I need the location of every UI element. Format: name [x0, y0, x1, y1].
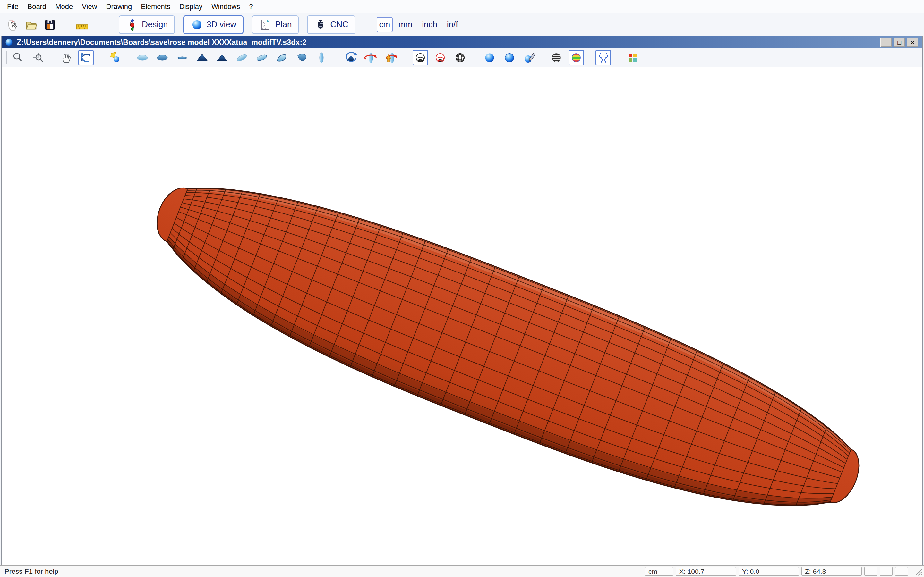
main-toolbar: 10 Design 3D view Plan	[0, 13, 924, 36]
top-view-button[interactable]	[135, 50, 150, 65]
measure-button[interactable]: 10	[73, 15, 92, 34]
menu-display[interactable]: Display	[175, 3, 207, 11]
menu-view[interactable]: View	[78, 3, 102, 11]
close-button[interactable]: ×	[907, 38, 918, 47]
menu-board[interactable]: Board	[23, 3, 51, 11]
menu-file[interactable]: File	[3, 3, 23, 11]
spin-vertical-icon	[384, 51, 397, 64]
menu-windows[interactable]: Windows	[207, 3, 244, 11]
perspective-bottom-icon	[255, 51, 268, 64]
perspective-bottom-button[interactable]	[254, 50, 270, 65]
document-title: Z:\Users\dennery\Documents\Boards\save\r…	[17, 38, 880, 47]
status-z: Z: 64.8	[801, 567, 862, 576]
rotate-3d-icon	[79, 51, 92, 64]
perspective-top-button[interactable]	[234, 50, 250, 65]
minimize-button[interactable]: _	[880, 38, 892, 47]
3d-view-button-label: 3D view	[207, 19, 236, 29]
back-view-icon	[216, 51, 228, 64]
front-view-button[interactable]	[194, 50, 210, 65]
solid-sphere-icon	[483, 51, 496, 64]
ruler-icon: 10	[75, 18, 89, 32]
status-unit: cm	[645, 567, 673, 576]
perspective-tail-icon	[295, 51, 308, 64]
save-button[interactable]	[40, 15, 59, 34]
spin-horizontal-button[interactable]	[363, 50, 379, 65]
plan-button[interactable]: Plan	[252, 15, 299, 34]
side-view-icon	[176, 51, 189, 64]
zoom-icon	[11, 51, 24, 64]
cnc-bit-icon	[314, 18, 327, 31]
status-bar: Press F1 for help cm X: 100.7 Y: 0.0 Z: …	[0, 566, 924, 577]
menu-bar: File Board Mode View Drawing Elements Di…	[0, 0, 924, 13]
palette-button[interactable]	[625, 50, 640, 65]
menu-mode[interactable]: Mode	[51, 3, 78, 11]
maximize-button[interactable]: □	[893, 38, 905, 47]
rotate-button[interactable]	[78, 50, 94, 65]
new-board-icon	[5, 18, 19, 32]
end-view-icon	[315, 51, 328, 64]
wireframe-mesh-button[interactable]	[452, 50, 468, 65]
wireframe-red-icon	[434, 51, 447, 64]
solid-view-button[interactable]	[482, 50, 497, 65]
cnc-button[interactable]: CNC	[307, 15, 355, 34]
menu-elements[interactable]: Elements	[136, 3, 175, 11]
svg-text:0: 0	[84, 26, 85, 29]
pan-hand-icon	[60, 51, 73, 64]
spin-horizontal-icon	[365, 51, 377, 64]
status-pane-1	[864, 567, 877, 576]
perspective-deck-button[interactable]	[274, 50, 289, 65]
3d-view-button[interactable]: 3D view	[183, 15, 244, 34]
design-icon	[126, 18, 139, 31]
zoom-button[interactable]	[10, 50, 26, 65]
flow-lines-button[interactable]	[596, 50, 611, 65]
auto-rotate-icon	[344, 51, 357, 64]
status-pane-3	[895, 567, 908, 576]
plan-icon	[259, 18, 272, 31]
board-3d-render	[2, 67, 922, 565]
bottom-view-icon	[156, 51, 169, 64]
spin-vertical-button[interactable]	[383, 50, 399, 65]
save-icon	[43, 18, 57, 32]
open-button[interactable]	[22, 15, 40, 34]
rainbow-view-button[interactable]	[569, 50, 584, 65]
unit-selector: cm mm inch in/f	[376, 17, 462, 32]
status-message: Press F1 for help	[2, 567, 642, 576]
menu-help[interactable]: ?	[244, 3, 257, 11]
light-button[interactable]	[108, 50, 123, 65]
zoom-window-button[interactable]	[30, 50, 45, 65]
document-window: Z:\Users\dennery\Documents\Boards\save\r…	[1, 36, 923, 566]
status-y: Y: 0.0	[738, 567, 799, 576]
stripes-sphere-icon	[550, 51, 563, 64]
zoom-window-icon	[31, 51, 44, 64]
unit-inch[interactable]: inch	[418, 19, 441, 29]
auto-rotate-button[interactable]	[343, 50, 359, 65]
unit-cm[interactable]: cm	[376, 17, 393, 32]
perspective-deck-icon	[275, 51, 288, 64]
document-icon	[5, 38, 13, 47]
perspective-tail-button[interactable]	[294, 50, 309, 65]
solid-smooth-button[interactable]	[502, 50, 517, 65]
design-button[interactable]: Design	[119, 15, 175, 34]
wireframe-red-button[interactable]	[433, 50, 448, 65]
unit-mm[interactable]: mm	[395, 19, 416, 29]
unit-inf[interactable]: in/f	[443, 19, 462, 29]
status-pane-2	[880, 567, 893, 576]
svg-text:1: 1	[79, 26, 80, 29]
end-view-button[interactable]	[314, 50, 329, 65]
resize-grip[interactable]	[911, 567, 922, 576]
rainbow-sphere-icon	[570, 51, 583, 64]
sphere-icon	[191, 18, 204, 31]
bottom-view-button[interactable]	[155, 50, 170, 65]
new-board-button[interactable]	[3, 15, 22, 34]
paint-button[interactable]	[522, 50, 537, 65]
pan-button[interactable]	[58, 50, 74, 65]
wireframe-button[interactable]	[413, 50, 428, 65]
view-toolbar	[2, 48, 922, 67]
3d-viewport[interactable]	[2, 67, 922, 565]
design-button-label: Design	[142, 19, 168, 29]
perspective-top-icon	[236, 51, 248, 64]
back-view-button[interactable]	[214, 50, 230, 65]
side-view-button[interactable]	[174, 50, 190, 65]
stripes-view-button[interactable]	[549, 50, 564, 65]
menu-drawing[interactable]: Drawing	[102, 3, 137, 11]
